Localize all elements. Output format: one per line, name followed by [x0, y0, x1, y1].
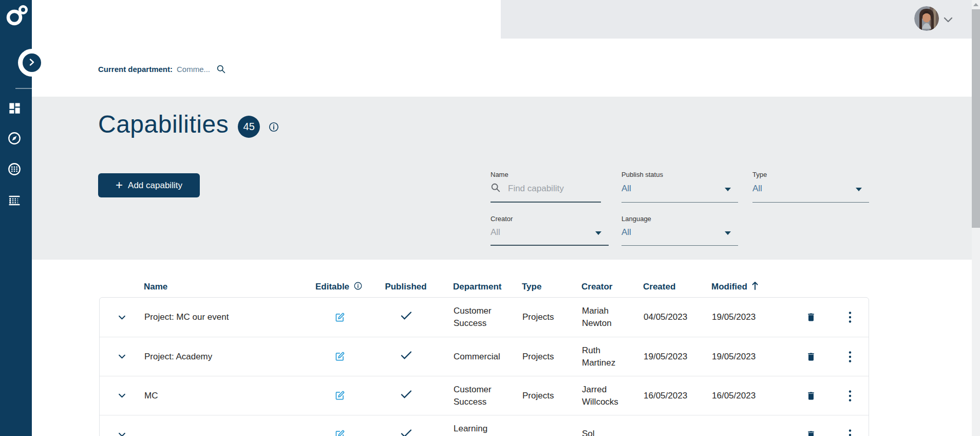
cell-type	[514, 415, 573, 436]
published-check-icon	[401, 351, 412, 363]
filter-publish-status-label: Publish status	[621, 171, 738, 178]
published-check-icon	[401, 390, 412, 402]
column-header-department[interactable]: Department	[442, 282, 514, 292]
count-badge: 45	[238, 116, 260, 138]
department-search-icon[interactable]	[216, 64, 226, 74]
filter-type-label: Type	[752, 171, 869, 178]
add-capability-label: Add capability	[128, 180, 182, 191]
compass-icon	[7, 131, 22, 148]
cell-created: 04/05/2023	[635, 298, 702, 337]
brand-logo-icon[interactable]	[4, 4, 28, 28]
topbar	[501, 0, 972, 39]
row-expand-button[interactable]	[116, 352, 128, 361]
cell-name: Project: Academy	[144, 337, 309, 376]
cell-type: Projects	[514, 298, 573, 337]
cell-modified: 19/05/2023	[702, 298, 791, 337]
table-row[interactable]: MC Customer Success Projects Jarred Will…	[100, 376, 869, 415]
table-row[interactable]: Project: MC our event Customer Success P…	[100, 298, 869, 337]
delete-icon[interactable]	[804, 310, 818, 325]
dashboard-icon	[8, 101, 22, 117]
edit-icon[interactable]	[332, 310, 347, 325]
kebab-menu-icon[interactable]	[846, 349, 854, 365]
current-department-label: Current department:	[98, 65, 173, 74]
cell-creator: Jarred Willcocks	[582, 384, 626, 408]
table-row[interactable]: Learning Sol	[100, 415, 869, 436]
cell-creator: Mariah Newton	[582, 305, 626, 330]
row-expand-button[interactable]	[116, 430, 128, 436]
sidebar-expand-bump	[18, 49, 46, 77]
kebab-menu-icon[interactable]	[846, 309, 854, 325]
cell-modified: 16/05/2023	[702, 376, 791, 415]
cell-department: Learning	[454, 423, 487, 435]
filter-creator-label: Creator	[491, 215, 609, 223]
filter-publish-status-value: All	[621, 184, 631, 194]
cell-creator: Ruth Martinez	[582, 344, 626, 369]
sidebar-item-matrix[interactable]	[7, 194, 22, 209]
column-header-published[interactable]: Published	[370, 282, 442, 292]
column-header-creator[interactable]: Creator	[573, 282, 634, 292]
sidebar-item-explore[interactable]	[7, 132, 22, 147]
table-row[interactable]: Project: Academy Commercial Projects Rut…	[100, 337, 869, 376]
cell-created	[635, 415, 702, 436]
delete-icon[interactable]	[804, 427, 818, 436]
caret-down-icon	[856, 184, 862, 193]
scrollbar-thumb[interactable]	[972, 9, 980, 228]
table-header-row: Name Editable Published Department Type …	[99, 277, 869, 297]
delete-icon[interactable]	[804, 388, 818, 404]
edit-icon[interactable]	[332, 427, 347, 436]
filter-type[interactable]: Type All	[752, 171, 869, 203]
sidebar-expand-button[interactable]	[23, 53, 41, 72]
filter-language-value: All	[621, 227, 631, 238]
column-header-name[interactable]: Name	[144, 282, 308, 292]
kebab-menu-icon[interactable]	[846, 388, 854, 404]
current-department-bar: Current department: Comme...	[98, 63, 226, 75]
vertical-scrollbar[interactable]	[972, 0, 980, 436]
cell-created: 19/05/2023	[635, 337, 702, 376]
kebab-menu-icon[interactable]	[846, 427, 854, 436]
data-table-icon	[7, 193, 22, 210]
filter-type-value: All	[752, 184, 762, 194]
search-icon	[491, 183, 501, 195]
edit-icon[interactable]	[332, 349, 347, 364]
column-header-type[interactable]: Type	[514, 282, 573, 292]
sidebar-item-capabilities[interactable]	[7, 162, 22, 178]
published-check-icon	[401, 429, 412, 436]
globe-dots-icon	[7, 162, 22, 178]
column-header-modified[interactable]: Modified	[701, 281, 791, 293]
cell-modified: 19/05/2023	[702, 337, 791, 376]
cell-creator: Sol	[582, 428, 595, 436]
cell-name	[144, 415, 309, 436]
sidebar-item-dashboard[interactable]	[7, 101, 22, 117]
caret-down-icon	[725, 184, 731, 193]
caret-down-icon	[725, 228, 731, 237]
find-capability-input[interactable]	[507, 183, 584, 194]
cell-name: MC	[144, 376, 309, 415]
filter-creator[interactable]: Creator All	[491, 215, 609, 246]
capabilities-table: Project: MC our event Customer Success P…	[99, 297, 869, 436]
user-menu-chevron-icon[interactable]	[944, 15, 953, 25]
capabilities-info-icon[interactable]	[268, 121, 279, 133]
cell-name: Project: MC our event	[144, 298, 309, 337]
plus-icon: +	[116, 179, 123, 191]
delete-icon[interactable]	[804, 349, 818, 365]
chevron-right-icon	[29, 59, 34, 67]
column-header-created[interactable]: Created	[634, 282, 701, 292]
scrollbar-up-arrow[interactable]	[973, 3, 978, 6]
filter-language[interactable]: Language All	[621, 215, 738, 246]
user-avatar[interactable]	[914, 6, 939, 31]
edit-icon[interactable]	[332, 388, 347, 403]
editable-info-icon[interactable]	[353, 281, 363, 293]
filter-publish-status[interactable]: Publish status All	[621, 171, 738, 203]
app-window: Current department: Comme... Capabilitie…	[0, 0, 980, 436]
column-header-editable[interactable]: Editable	[308, 281, 370, 293]
cell-type: Projects	[514, 376, 573, 415]
published-check-icon	[401, 311, 412, 323]
row-expand-button[interactable]	[116, 313, 128, 322]
sort-arrow-up-icon	[751, 281, 759, 293]
filter-language-label: Language	[621, 215, 738, 223]
current-department-value[interactable]: Comme...	[177, 65, 210, 74]
row-expand-button[interactable]	[116, 391, 128, 400]
add-capability-button[interactable]: + Add capability	[98, 173, 200, 197]
filter-name: Name	[491, 171, 601, 203]
cell-department: Commercial	[454, 351, 500, 363]
